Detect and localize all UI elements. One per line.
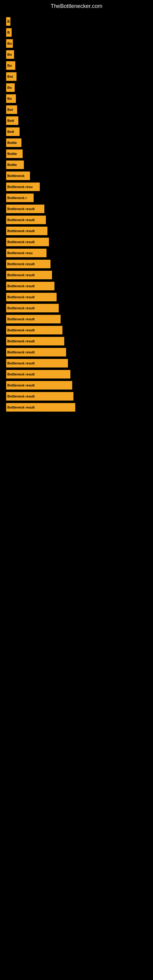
bar-label: Bottleneck result [7, 383, 35, 387]
bar-item: Bottleneck resu [6, 183, 40, 191]
bar-row: Bo [6, 83, 147, 92]
bar-item: Bottleneck result [6, 392, 73, 401]
bar-item: Bo [6, 83, 15, 92]
bar-item: Bo [6, 94, 16, 103]
bar-item: Bottleneck result [6, 348, 66, 356]
bar-item: Bo [6, 50, 14, 59]
bar-label: Bottleneck result [7, 395, 35, 398]
bar-row: Bo [6, 50, 147, 59]
bar-label: Bottleneck result [7, 284, 35, 288]
bar-item: Bottleneck result [6, 293, 57, 301]
bar-label: Bottleneck resu [7, 251, 33, 255]
bar-row: Bottleneck resu [6, 183, 147, 191]
bar-label: Bo [7, 41, 12, 45]
bar-item: Bottle [6, 138, 21, 147]
bar-item: B [6, 28, 12, 37]
bar-item: Bottleneck result [6, 282, 54, 290]
bar-item: Bottleneck result [6, 304, 59, 312]
bar-item: Bottle [6, 161, 24, 169]
bar-row: Bottleneck result [6, 216, 147, 224]
bar-row: Bottle [6, 138, 147, 147]
bar-label: Bo [7, 52, 12, 56]
bar-row: Bottleneck result [6, 348, 147, 356]
bar-row: Bottleneck result [6, 315, 147, 323]
bar-label: Bo [7, 86, 12, 89]
bar-label: Bottleneck result [7, 350, 35, 354]
bar-row: B [6, 17, 147, 26]
bar-item: Bottle [6, 150, 22, 158]
bar-label: B [7, 30, 10, 34]
bar-row: Bottleneck result [6, 205, 147, 213]
bar-label: Bott [7, 119, 14, 123]
bar-row: B [6, 28, 147, 37]
bar-item: Bottleneck result [6, 227, 48, 235]
bar-label: Bot [7, 108, 13, 111]
bar-label: Bo [7, 64, 12, 67]
bar-label: Bot [7, 75, 13, 78]
bar-item: Bo [6, 39, 13, 48]
bar-item: Bottleneck result [6, 370, 70, 379]
bar-item: Bot [6, 72, 16, 81]
bar-item: Bottleneck result [6, 337, 64, 345]
bar-label: Bott [7, 130, 14, 134]
bar-item: Bottleneck result [6, 403, 75, 412]
bar-item: Bott [6, 127, 19, 136]
bar-item: Bottleneck result [6, 271, 52, 279]
bar-label: Bottleneck result [7, 240, 35, 244]
bar-row: Bottleneck result [6, 359, 147, 368]
bar-row: Bottle [6, 161, 147, 169]
bar-row: Bott [6, 116, 147, 125]
bar-item: Bot [6, 105, 17, 114]
bar-label: Bottle [7, 141, 17, 145]
bar-row: Bottleneck result [6, 293, 147, 301]
site-title: TheBottlenecker.com [0, 0, 153, 14]
bar-row: Bottleneck result [6, 392, 147, 401]
bar-row: Bottleneck result [6, 227, 147, 235]
bar-item: Bo [6, 61, 15, 70]
bar-label: Bottleneck result [7, 361, 35, 365]
bar-label: Bottleneck [7, 174, 24, 178]
bar-row: Bot [6, 72, 147, 81]
bar-row: Bottleneck result [6, 326, 147, 334]
bar-row: Bottleneck result [6, 381, 147, 390]
bar-label: B [7, 20, 10, 23]
bar-item: Bottleneck result [6, 216, 46, 224]
bar-label: Bottleneck result [7, 295, 35, 299]
bar-item: Bottleneck resu [6, 249, 46, 257]
bar-item: Bottleneck r [6, 194, 33, 202]
bar-label: Bottleneck result [7, 306, 35, 310]
bar-row: Bottleneck result [6, 238, 147, 246]
bar-item: B [6, 17, 10, 26]
bar-label: Bottleneck r [7, 196, 27, 200]
bar-label: Bottleneck result [7, 229, 35, 233]
bar-row: Bot [6, 105, 147, 114]
bar-label: Bo [7, 97, 12, 100]
bar-row: Bottleneck result [6, 403, 147, 412]
bar-label: Bottleneck result [7, 262, 35, 266]
bar-label: Bottle [7, 163, 17, 167]
bar-item: Bott [6, 116, 18, 125]
bar-label: Bottleneck result [7, 218, 35, 222]
bars-container: BBBoBoBoBotBoBoBotBottBottBottleBottleBo… [0, 14, 153, 417]
bar-label: Bottleneck result [7, 339, 35, 343]
bar-row: Bo [6, 94, 147, 103]
bar-label: Bottleneck result [7, 273, 35, 277]
bar-item: Bottleneck result [6, 381, 72, 390]
bar-row: Bottle [6, 150, 147, 158]
bar-item: Bottleneck result [6, 260, 51, 268]
bar-label: Bottleneck result [7, 328, 35, 332]
bar-row: Bo [6, 39, 147, 48]
bar-item: Bottleneck [6, 172, 30, 180]
bar-label: Bottleneck result [7, 372, 35, 376]
bar-row: Bottleneck r [6, 194, 147, 202]
bar-item: Bottleneck result [6, 205, 45, 213]
bar-row: Bottleneck result [6, 260, 147, 268]
bar-label: Bottleneck result [7, 207, 35, 211]
bar-row: Bottleneck result [6, 337, 147, 345]
bar-row: Bottleneck result [6, 271, 147, 279]
bar-label: Bottleneck resu [7, 185, 33, 189]
bar-row: Bottleneck [6, 172, 147, 180]
bar-row: Bottleneck resu [6, 249, 147, 257]
bar-item: Bottleneck result [6, 326, 62, 334]
bar-row: Bottleneck result [6, 370, 147, 379]
